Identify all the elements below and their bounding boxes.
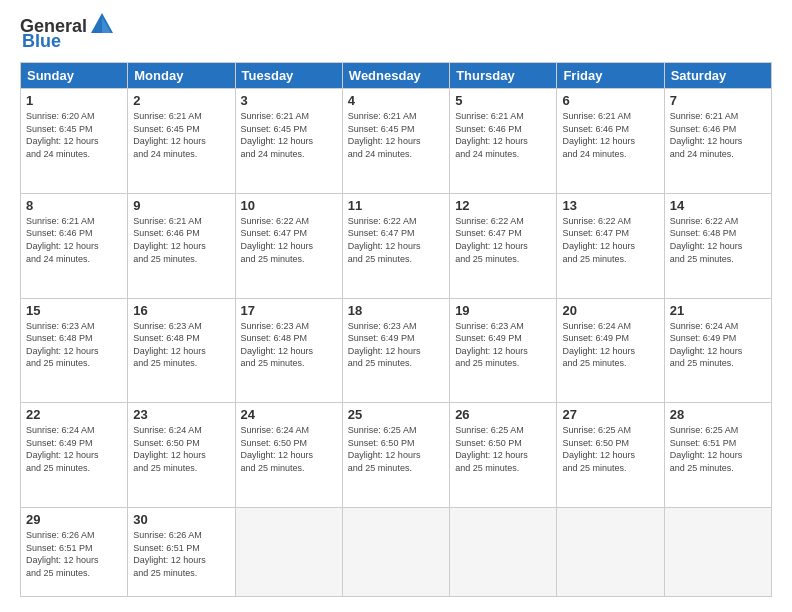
day-number: 23 xyxy=(133,407,229,422)
week-row: 1Sunrise: 6:20 AM Sunset: 6:45 PM Daylig… xyxy=(21,89,772,194)
day-number: 7 xyxy=(670,93,766,108)
day-number: 27 xyxy=(562,407,658,422)
calendar-cell xyxy=(235,508,342,597)
calendar-cell: 11Sunrise: 6:22 AM Sunset: 6:47 PM Dayli… xyxy=(342,193,449,298)
calendar-cell: 9Sunrise: 6:21 AM Sunset: 6:46 PM Daylig… xyxy=(128,193,235,298)
calendar-day-header: Monday xyxy=(128,63,235,89)
day-number: 16 xyxy=(133,303,229,318)
logo-blue: Blue xyxy=(22,31,61,52)
day-number: 20 xyxy=(562,303,658,318)
day-number: 30 xyxy=(133,512,229,527)
week-row: 15Sunrise: 6:23 AM Sunset: 6:48 PM Dayli… xyxy=(21,298,772,403)
calendar-day-header: Saturday xyxy=(664,63,771,89)
day-info: Sunrise: 6:24 AM Sunset: 6:49 PM Dayligh… xyxy=(670,320,766,370)
day-number: 9 xyxy=(133,198,229,213)
day-number: 17 xyxy=(241,303,337,318)
day-info: Sunrise: 6:24 AM Sunset: 6:49 PM Dayligh… xyxy=(562,320,658,370)
calendar-cell: 16Sunrise: 6:23 AM Sunset: 6:48 PM Dayli… xyxy=(128,298,235,403)
day-number: 18 xyxy=(348,303,444,318)
day-info: Sunrise: 6:21 AM Sunset: 6:46 PM Dayligh… xyxy=(562,110,658,160)
calendar-cell: 1Sunrise: 6:20 AM Sunset: 6:45 PM Daylig… xyxy=(21,89,128,194)
header: General Blue xyxy=(20,15,772,52)
day-info: Sunrise: 6:20 AM Sunset: 6:45 PM Dayligh… xyxy=(26,110,122,160)
day-number: 12 xyxy=(455,198,551,213)
day-number: 21 xyxy=(670,303,766,318)
week-row: 8Sunrise: 6:21 AM Sunset: 6:46 PM Daylig… xyxy=(21,193,772,298)
day-number: 26 xyxy=(455,407,551,422)
day-info: Sunrise: 6:23 AM Sunset: 6:48 PM Dayligh… xyxy=(133,320,229,370)
calendar-cell: 3Sunrise: 6:21 AM Sunset: 6:45 PM Daylig… xyxy=(235,89,342,194)
day-info: Sunrise: 6:21 AM Sunset: 6:46 PM Dayligh… xyxy=(133,215,229,265)
day-info: Sunrise: 6:25 AM Sunset: 6:50 PM Dayligh… xyxy=(455,424,551,474)
day-number: 4 xyxy=(348,93,444,108)
day-number: 28 xyxy=(670,407,766,422)
page: General Blue SundayMondayTuesdayWednesda… xyxy=(0,0,792,612)
day-info: Sunrise: 6:25 AM Sunset: 6:51 PM Dayligh… xyxy=(670,424,766,474)
day-number: 3 xyxy=(241,93,337,108)
calendar-cell: 10Sunrise: 6:22 AM Sunset: 6:47 PM Dayli… xyxy=(235,193,342,298)
calendar-cell: 15Sunrise: 6:23 AM Sunset: 6:48 PM Dayli… xyxy=(21,298,128,403)
day-info: Sunrise: 6:22 AM Sunset: 6:47 PM Dayligh… xyxy=(348,215,444,265)
calendar-day-header: Thursday xyxy=(450,63,557,89)
day-number: 22 xyxy=(26,407,122,422)
calendar-day-header: Sunday xyxy=(21,63,128,89)
day-number: 29 xyxy=(26,512,122,527)
calendar-cell: 12Sunrise: 6:22 AM Sunset: 6:47 PM Dayli… xyxy=(450,193,557,298)
day-info: Sunrise: 6:22 AM Sunset: 6:48 PM Dayligh… xyxy=(670,215,766,265)
logo: General Blue xyxy=(20,15,115,52)
calendar-cell: 5Sunrise: 6:21 AM Sunset: 6:46 PM Daylig… xyxy=(450,89,557,194)
calendar-cell xyxy=(450,508,557,597)
calendar-cell: 7Sunrise: 6:21 AM Sunset: 6:46 PM Daylig… xyxy=(664,89,771,194)
day-number: 24 xyxy=(241,407,337,422)
day-info: Sunrise: 6:26 AM Sunset: 6:51 PM Dayligh… xyxy=(26,529,122,579)
day-number: 19 xyxy=(455,303,551,318)
calendar-cell: 21Sunrise: 6:24 AM Sunset: 6:49 PM Dayli… xyxy=(664,298,771,403)
calendar-header-row: SundayMondayTuesdayWednesdayThursdayFrid… xyxy=(21,63,772,89)
day-info: Sunrise: 6:23 AM Sunset: 6:49 PM Dayligh… xyxy=(455,320,551,370)
calendar-cell: 26Sunrise: 6:25 AM Sunset: 6:50 PM Dayli… xyxy=(450,403,557,508)
calendar-cell xyxy=(342,508,449,597)
calendar-cell: 8Sunrise: 6:21 AM Sunset: 6:46 PM Daylig… xyxy=(21,193,128,298)
calendar-cell: 13Sunrise: 6:22 AM Sunset: 6:47 PM Dayli… xyxy=(557,193,664,298)
calendar-day-header: Tuesday xyxy=(235,63,342,89)
calendar-cell xyxy=(557,508,664,597)
day-number: 5 xyxy=(455,93,551,108)
day-info: Sunrise: 6:21 AM Sunset: 6:46 PM Dayligh… xyxy=(26,215,122,265)
calendar-cell: 24Sunrise: 6:24 AM Sunset: 6:50 PM Dayli… xyxy=(235,403,342,508)
week-row: 22Sunrise: 6:24 AM Sunset: 6:49 PM Dayli… xyxy=(21,403,772,508)
day-info: Sunrise: 6:24 AM Sunset: 6:50 PM Dayligh… xyxy=(133,424,229,474)
day-info: Sunrise: 6:25 AM Sunset: 6:50 PM Dayligh… xyxy=(562,424,658,474)
calendar-cell: 6Sunrise: 6:21 AM Sunset: 6:46 PM Daylig… xyxy=(557,89,664,194)
calendar-cell xyxy=(664,508,771,597)
day-number: 2 xyxy=(133,93,229,108)
day-info: Sunrise: 6:21 AM Sunset: 6:46 PM Dayligh… xyxy=(455,110,551,160)
day-info: Sunrise: 6:21 AM Sunset: 6:46 PM Dayligh… xyxy=(670,110,766,160)
calendar-day-header: Wednesday xyxy=(342,63,449,89)
calendar-cell: 25Sunrise: 6:25 AM Sunset: 6:50 PM Dayli… xyxy=(342,403,449,508)
day-number: 25 xyxy=(348,407,444,422)
calendar-cell: 27Sunrise: 6:25 AM Sunset: 6:50 PM Dayli… xyxy=(557,403,664,508)
day-info: Sunrise: 6:22 AM Sunset: 6:47 PM Dayligh… xyxy=(562,215,658,265)
calendar: SundayMondayTuesdayWednesdayThursdayFrid… xyxy=(20,62,772,597)
day-info: Sunrise: 6:26 AM Sunset: 6:51 PM Dayligh… xyxy=(133,529,229,579)
calendar-cell: 28Sunrise: 6:25 AM Sunset: 6:51 PM Dayli… xyxy=(664,403,771,508)
calendar-cell: 18Sunrise: 6:23 AM Sunset: 6:49 PM Dayli… xyxy=(342,298,449,403)
calendar-cell: 2Sunrise: 6:21 AM Sunset: 6:45 PM Daylig… xyxy=(128,89,235,194)
day-info: Sunrise: 6:23 AM Sunset: 6:49 PM Dayligh… xyxy=(348,320,444,370)
day-info: Sunrise: 6:23 AM Sunset: 6:48 PM Dayligh… xyxy=(241,320,337,370)
day-info: Sunrise: 6:25 AM Sunset: 6:50 PM Dayligh… xyxy=(348,424,444,474)
day-number: 15 xyxy=(26,303,122,318)
calendar-cell: 22Sunrise: 6:24 AM Sunset: 6:49 PM Dayli… xyxy=(21,403,128,508)
day-number: 1 xyxy=(26,93,122,108)
calendar-cell: 30Sunrise: 6:26 AM Sunset: 6:51 PM Dayli… xyxy=(128,508,235,597)
calendar-cell: 14Sunrise: 6:22 AM Sunset: 6:48 PM Dayli… xyxy=(664,193,771,298)
day-number: 10 xyxy=(241,198,337,213)
logo-icon xyxy=(89,11,115,37)
calendar-cell: 20Sunrise: 6:24 AM Sunset: 6:49 PM Dayli… xyxy=(557,298,664,403)
week-row: 29Sunrise: 6:26 AM Sunset: 6:51 PM Dayli… xyxy=(21,508,772,597)
calendar-cell: 4Sunrise: 6:21 AM Sunset: 6:45 PM Daylig… xyxy=(342,89,449,194)
calendar-cell: 17Sunrise: 6:23 AM Sunset: 6:48 PM Dayli… xyxy=(235,298,342,403)
day-number: 13 xyxy=(562,198,658,213)
day-number: 14 xyxy=(670,198,766,213)
day-info: Sunrise: 6:22 AM Sunset: 6:47 PM Dayligh… xyxy=(241,215,337,265)
